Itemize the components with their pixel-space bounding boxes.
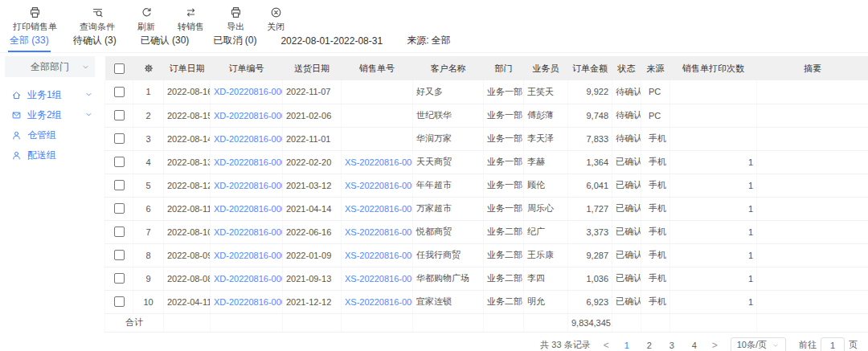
delivery-date-cell: 2021-02-06 <box>283 104 342 127</box>
refresh-button[interactable]: 刷新 <box>137 6 155 33</box>
sidebar-item-delivery-group[interactable]: 配送组 <box>0 145 104 165</box>
status-cell: 已确认 <box>612 267 641 290</box>
table-row: 32022-08-14XD-20220816-0000162022-11-01华… <box>105 127 868 150</box>
sales-no-link[interactable]: XS-20220816-000015 <box>345 157 413 167</box>
order-no-link[interactable]: XD-20220816-000015 <box>214 157 283 167</box>
row-checkbox[interactable] <box>114 273 125 284</box>
source-cell: 手机 <box>641 173 670 197</box>
goto-page-input[interactable] <box>821 337 845 351</box>
row-checkbox-cell <box>105 220 133 243</box>
column-settings-button[interactable] <box>143 63 154 74</box>
amount-cell: 6,923 <box>568 290 612 313</box>
tab-pending[interactable]: 待确认 (3) <box>72 31 118 52</box>
row-checkbox[interactable] <box>114 87 125 97</box>
amount-cell: 9,922 <box>568 80 612 104</box>
sales-no-cell: XS-20220816-000012 <box>342 220 413 243</box>
select-all-checkbox[interactable] <box>114 63 125 74</box>
table-row: 12022-08-16XD-20220816-0000182022-11-07好… <box>105 80 868 104</box>
order-no-link[interactable]: XD-20220816-000018 <box>214 87 283 96</box>
tab-date-range[interactable]: 2022-08-01-2022-08-31 <box>279 31 384 52</box>
sidebar-item-warehouse-group[interactable]: 仓管组 <box>0 125 104 145</box>
sidebar-item-business-group-2[interactable]: 业务2组 <box>0 105 104 125</box>
tab-bar: 全部 (33)待确认 (3)已确认 (30)已取消 (0)2022-08-01-… <box>0 31 868 53</box>
tab-cancelled[interactable]: 已取消 (0) <box>211 31 258 52</box>
to-sales-button[interactable]: 转销售 <box>178 6 204 33</box>
sidebar: 全部部门 业务1组业务2组仓管组配送组 <box>0 53 104 351</box>
page-size-select[interactable]: 10条/页 <box>731 337 786 351</box>
column-header-10: 销售单打印次数 <box>670 56 757 80</box>
tab-all[interactable]: 全部 (33) <box>8 31 51 52</box>
row-checkbox-cell <box>105 243 133 267</box>
order-no-link[interactable]: XD-20220816-000012 <box>214 227 283 237</box>
close-button[interactable]: 关闭 <box>267 6 285 33</box>
sales-no-link[interactable]: XS-20220816-000012 <box>345 227 413 237</box>
department-select[interactable]: 全部部门 <box>5 56 95 77</box>
column-header-11: 摘要 <box>757 56 868 80</box>
page-4-button[interactable]: 4 <box>690 341 699 350</box>
order-no-link[interactable]: XD-20220816-000014 <box>214 181 283 190</box>
status-cell: 待确认 <box>612 104 641 127</box>
row-checkbox-cell <box>105 197 133 220</box>
order-no-link[interactable]: XD-20220816-000016 <box>214 134 283 144</box>
row-checkbox[interactable] <box>114 296 125 307</box>
export-button[interactable]: 导出 <box>227 6 244 33</box>
sales-no-link[interactable]: XS-20220816-000009 <box>345 297 413 307</box>
order-no-link[interactable]: XD-20220816-000017 <box>214 111 283 120</box>
print-count-cell <box>670 127 757 150</box>
tab-confirmed[interactable]: 已确认 (30) <box>139 31 191 52</box>
total-salesperson-cell <box>524 313 568 332</box>
row-checkbox[interactable] <box>114 133 125 144</box>
order-date-cell: 2022-08-08 <box>164 267 211 290</box>
total-dept-cell <box>484 313 524 332</box>
refresh-icon <box>141 6 153 18</box>
summary-cell <box>757 197 868 220</box>
source-cell: 手机 <box>641 150 670 173</box>
sales-no-cell: XS-20220816-000014 <box>342 173 413 197</box>
row-seq: 6 <box>133 197 164 220</box>
print-sales-button[interactable]: 打印销售单 <box>13 6 57 33</box>
sales-no-link[interactable]: XS-20220816-000010 <box>345 274 413 284</box>
page-3-button[interactable]: 3 <box>667 341 677 350</box>
order-no-link[interactable]: XD-20220816-000010 <box>214 274 283 284</box>
row-checkbox[interactable] <box>114 180 125 190</box>
row-seq: 5 <box>133 173 164 197</box>
customer-cell: 好又多 <box>413 80 484 104</box>
order-no-link[interactable]: XD-20220816-000013 <box>214 204 283 214</box>
page-1-button[interactable]: 1 <box>622 341 632 350</box>
summary-cell <box>757 243 868 267</box>
row-checkbox[interactable] <box>114 110 125 120</box>
source-cell: PC <box>641 104 670 127</box>
row-checkbox[interactable] <box>114 157 125 167</box>
content-area: 订单日期订单编号送货日期销售单号客户名称部门业务员订单金额状态来源销售单打印次数… <box>104 53 868 351</box>
sidebar-item-business-group-1[interactable]: 业务1组 <box>0 85 104 105</box>
customer-cell: 天天商贸 <box>413 150 484 173</box>
order-no-link[interactable]: XD-20220816-000011 <box>214 251 283 260</box>
next-page-button[interactable]: > <box>712 340 718 351</box>
dept-cell: 业务二部 <box>484 220 524 243</box>
total-print-count-cell <box>670 313 757 332</box>
prev-page-button[interactable]: < <box>604 340 609 351</box>
sales-no-link[interactable]: XS-20220816-000011 <box>345 251 413 260</box>
table-row: 102022-04-11XD-20220816-0000092021-12-12… <box>105 290 868 313</box>
goto-suffix: 页 <box>849 339 858 351</box>
column-header-2: 送货日期 <box>283 56 342 80</box>
tab-source[interactable]: 来源: 全部 <box>405 31 452 52</box>
status-cell: 待确认 <box>612 127 641 150</box>
row-checkbox[interactable] <box>114 250 125 260</box>
row-checkbox-cell <box>105 80 133 104</box>
order-no-link[interactable]: XD-20220816-000009 <box>214 297 283 307</box>
print-count-cell: 1 <box>670 173 757 197</box>
sales-no-cell: XS-20220816-000010 <box>342 267 413 290</box>
dept-cell: 业务一部 <box>484 197 524 220</box>
query-filter-button[interactable]: 查询条件 <box>80 6 115 33</box>
row-checkbox[interactable] <box>114 227 125 237</box>
page-2-button[interactable]: 2 <box>645 341 654 350</box>
sales-no-link[interactable]: XS-20220816-000014 <box>345 181 413 190</box>
department-select-label: 全部部门 <box>31 60 69 74</box>
row-seq: 4 <box>133 150 164 173</box>
sales-no-link[interactable]: XS-20220816-000013 <box>345 204 413 214</box>
table-row: 22022-08-15XD-20220816-0000172021-02-06世… <box>105 104 868 127</box>
order-date-cell: 2022-08-16 <box>164 80 211 104</box>
amount-cell: 3,373 <box>568 220 612 243</box>
row-checkbox[interactable] <box>114 203 125 214</box>
